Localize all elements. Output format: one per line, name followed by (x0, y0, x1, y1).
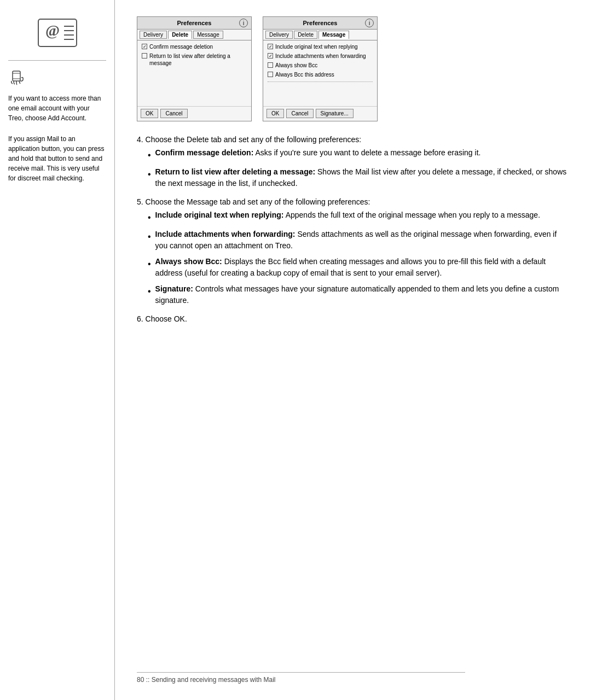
right-checkbox-4: Always Bcc this address (268, 71, 373, 78)
right-checkbox-2-label: Include attachments when forwarding (275, 52, 366, 60)
right-checkbox-3-label: Always show Bcc (275, 62, 317, 69)
right-checkbox-1-label: Include original text when replying (275, 43, 358, 50)
left-checkbox-2-label: Return to list view after deleting a mes… (149, 52, 247, 67)
left-buttons: OK Cancel (137, 106, 251, 121)
footer-description: Sending and receiving messages with Mail (152, 676, 276, 684)
svg-text:@: @ (45, 22, 60, 39)
right-title-bar: Preferences i (263, 17, 377, 30)
step-4-text: Choose the Delete tab and set any of the… (146, 135, 362, 144)
bullet-dot-5-2: • (148, 230, 151, 243)
step-5-bullet-1-text: Include original text when replying: App… (155, 209, 540, 221)
right-checkbox-1-box[interactable] (268, 44, 273, 49)
step-5-intro: 5. Choose the Message tab and set any of… (137, 197, 569, 206)
step-4: 4. Choose the Delete tab and set any of … (137, 135, 569, 189)
right-tab-message[interactable]: Message (318, 31, 349, 39)
step-5-bullet-3-text: Always show Bcc: Displays the Bcc field … (155, 256, 569, 279)
step-5-desc-4: Controls what messages have your signatu… (155, 284, 559, 305)
step-4-term-2: Return to list view after deleting a mes… (155, 167, 316, 176)
step-4-bullets: • Confirm message deletion: Asks if you'… (137, 147, 569, 189)
right-tabs: Delivery Delete Message (263, 30, 377, 40)
step-5-term-4: Signature: (155, 284, 193, 293)
sidebar-tip1: If you want to access more than one emai… (8, 94, 106, 123)
right-signature-button[interactable]: Signature... (316, 109, 354, 118)
step-5-desc-1: Appends the full text of the original me… (284, 211, 541, 219)
bullet-dot-5-4: • (148, 285, 151, 298)
step-5-term-2: Include attachments when forwarding: (155, 230, 296, 238)
step-6-text: 6. Choose OK. (137, 314, 569, 323)
footer-separator: :: (146, 676, 150, 684)
right-screen-title: Preferences (275, 20, 365, 26)
bullet-dot-2: • (148, 168, 151, 181)
right-checkbox-4-label: Always Bcc this address (275, 71, 334, 78)
step-5-bullet-2-text: Include attachments when forwarding: Sen… (155, 229, 569, 252)
right-divider (268, 81, 373, 82)
left-body: Confirm message deletion Return to list … (137, 40, 251, 106)
step-6-number: 6. (137, 314, 146, 323)
right-checkbox-4-box[interactable] (268, 72, 273, 77)
left-tab-message[interactable]: Message (193, 31, 223, 39)
step-5-bullets: • Include original text when replying: A… (137, 209, 569, 306)
sidebar-logo: @ (8, 16, 106, 49)
step-5-text: Choose the Message tab and set any of th… (146, 197, 370, 206)
sidebar-icon-row (8, 69, 106, 85)
right-tab-delivery[interactable]: Delivery (265, 31, 293, 39)
right-ok-button[interactable]: OK (266, 109, 284, 118)
mail-logo-icon: @ (36, 16, 79, 49)
left-checkbox-1-label: Confirm message deletion (149, 43, 213, 50)
right-tab-delete[interactable]: Delete (294, 31, 317, 39)
step-5-bullet-4-text: Signature: Controls what messages have y… (155, 283, 569, 306)
right-info-icon: i (365, 19, 374, 27)
step-5-bullet-2: • Include attachments when forwarding: S… (148, 229, 569, 252)
step-4-intro: 4. Choose the Delete tab and set any of … (137, 135, 569, 144)
hand-device-icon (8, 69, 25, 85)
sidebar-divider (8, 60, 106, 61)
left-info-icon: i (239, 19, 248, 27)
step-5-bullet-3: • Always show Bcc: Displays the Bcc fiel… (148, 256, 569, 279)
left-cancel-button[interactable]: Cancel (160, 109, 187, 118)
bullet-dot-1: • (148, 149, 151, 162)
step-4-bullet-2-text: Return to list view after deleting a mes… (155, 166, 569, 189)
sidebar: @ If you wan (0, 0, 115, 700)
right-screenshot: Preferences i Delivery Delete Message In… (263, 16, 378, 121)
sidebar-tip2: If you assign Mail to an application but… (8, 134, 106, 183)
right-body: Include original text when replying Incl… (263, 40, 377, 106)
left-title-bar: Preferences i (137, 17, 251, 30)
page-footer: 80 :: Sending and receiving messages wit… (137, 672, 465, 684)
step-6-desc: Choose OK. (146, 314, 187, 323)
step-5: 5. Choose the Message tab and set any of… (137, 197, 569, 306)
step-4-bullet-1: • Confirm message deletion: Asks if you'… (148, 147, 569, 162)
left-checkbox-2: Return to list view after deleting a mes… (142, 52, 247, 67)
right-cancel-button[interactable]: Cancel (286, 109, 313, 118)
left-tab-delivery[interactable]: Delivery (140, 31, 167, 39)
step-5-number: 5. (137, 197, 143, 206)
right-buttons: OK Cancel Signature... (263, 106, 377, 121)
page-layout: @ If you wan (0, 0, 591, 700)
left-screenshot: Preferences i Delivery Delete Message Co… (137, 16, 252, 121)
left-checkbox-1: Confirm message deletion (142, 43, 247, 50)
step-4-term-1: Confirm message deletion: (155, 148, 254, 157)
left-checkbox-2-box[interactable] (142, 53, 147, 59)
step-4-bullet-2: • Return to list view after deleting a m… (148, 166, 569, 189)
step-5-term-3: Always show Bcc: (155, 257, 222, 266)
footer-page-number: 80 (137, 676, 144, 684)
left-tabs: Delivery Delete Message (137, 30, 251, 40)
screenshots-row: Preferences i Delivery Delete Message Co… (137, 16, 569, 121)
bullet-dot-5-3: • (148, 258, 151, 271)
step-5-term-1: Include original text when replying: (155, 211, 284, 219)
step-4-desc-1: Asks if you're sure you want to delete a… (253, 148, 480, 157)
right-checkbox-1: Include original text when replying (268, 43, 373, 50)
left-ok-button[interactable]: OK (141, 109, 158, 118)
left-tab-delete[interactable]: Delete (168, 31, 192, 39)
right-checkbox-3: Always show Bcc (268, 62, 373, 69)
footer-divider (137, 672, 465, 673)
right-checkbox-2-box[interactable] (268, 53, 273, 59)
step-6: 6. Choose OK. (137, 314, 569, 323)
step-5-bullet-1: • Include original text when replying: A… (148, 209, 569, 224)
left-screen-title: Preferences (149, 20, 239, 26)
right-checkbox-3-box[interactable] (268, 62, 273, 68)
left-checkbox-1-box[interactable] (142, 44, 147, 49)
main-content: Preferences i Delivery Delete Message Co… (115, 0, 591, 700)
svg-rect-6 (13, 71, 20, 81)
step-5-bullet-4: • Signature: Controls what messages have… (148, 283, 569, 306)
step-4-number: 4. (137, 135, 143, 144)
